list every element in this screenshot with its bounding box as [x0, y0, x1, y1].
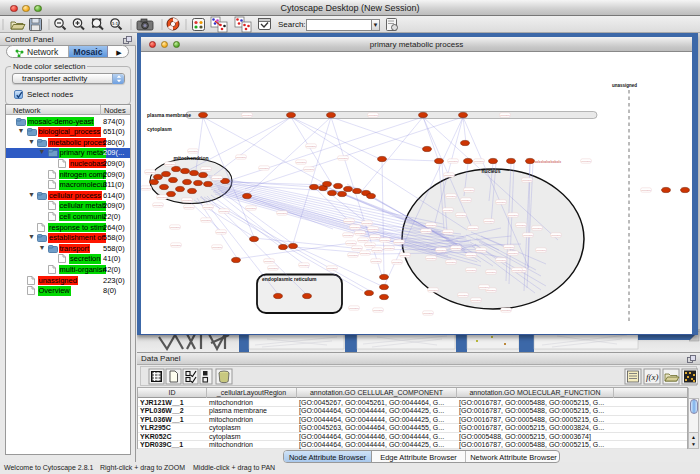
svg-text:xxIxxIxxI: xxIxxIxxI [443, 209, 453, 212]
svg-text:xxIxxIxxI: xxIxxIxxI [338, 157, 348, 160]
svg-text:xxIxxIxxI: xxIxxIxxI [371, 260, 381, 263]
svg-text:xxIxxIxxI: xxIxxIxxI [349, 307, 359, 310]
svg-text:xxIxxIxxI: xxIxxIxxI [184, 206, 194, 209]
svg-text:xxIxxIxxI: xxIxxIxxI [344, 220, 354, 223]
svg-text:xxIxxIxxI: xxIxxIxxI [268, 267, 278, 270]
svg-text:xxIxxIxxI: xxIxxIxxI [201, 219, 211, 222]
svg-text:xxIxxIxxI: xxIxxIxxI [394, 241, 404, 244]
svg-text:xxIxxIxxI: xxIxxIxxI [306, 145, 316, 148]
svg-text:xxIxxIxxI: xxIxxIxxI [523, 234, 533, 237]
svg-text:xxIxxIxxI: xxIxxIxxI [327, 267, 337, 270]
svg-text:xxIxxIxxI: xxIxxIxxI [182, 199, 192, 202]
svg-text:xxIxxIxxI: xxIxxIxxI [188, 150, 198, 153]
svg-text:xxIxxIxxI: xxIxxIxxI [532, 227, 542, 230]
svg-text:xxIxxIxxI: xxIxxIxxI [212, 177, 222, 180]
svg-text:xxIxxIxxI: xxIxxIxxI [358, 239, 368, 242]
svg-text:1:1: 1:1 [112, 21, 119, 26]
svg-text:xxIxxIxxI: xxIxxIxxI [426, 224, 436, 227]
svg-text:xxIxxIxxI: xxIxxIxxI [448, 160, 458, 163]
svg-text:xxIxxIxxI: xxIxxIxxI [157, 196, 167, 199]
svg-text:xxIxxIxxI: xxIxxIxxI [201, 168, 211, 171]
svg-text:xxIxxIxxI: xxIxxIxxI [362, 222, 372, 225]
svg-text:xxIxxIxxI: xxIxxIxxI [373, 309, 383, 312]
svg-text:xxIxxIxxI: xxIxxIxxI [360, 252, 370, 255]
svg-text:xxIxxIxxI: xxIxxIxxI [370, 236, 380, 239]
svg-text:xxIxxIxxI: xxIxxIxxI [486, 271, 496, 274]
svg-text:xxIxxIxxI: xxIxxIxxI [203, 206, 213, 209]
svg-text:xxIxxIxxI: xxIxxIxxI [516, 224, 526, 227]
svg-text:xxIxxIxxI: xxIxxIxxI [380, 239, 390, 242]
svg-text:xxIxxIxxI: xxIxxIxxI [392, 261, 402, 264]
svg-text:xxIxxIxxI: xxIxxIxxI [171, 244, 181, 247]
svg-text:xxIxxIxxI: xxIxxIxxI [581, 160, 591, 163]
svg-text:xxIxxIxxI: xxIxxIxxI [479, 286, 489, 289]
svg-text:xxIxxIxxI: xxIxxIxxI [153, 204, 163, 207]
svg-text:xxIxxIxxI: xxIxxIxxI [551, 234, 561, 237]
svg-text:xxIxxIxxI: xxIxxIxxI [212, 246, 222, 249]
svg-text:xxIxxIxxI: xxIxxIxxI [141, 187, 151, 190]
svg-text:xxIxxIxxI: xxIxxIxxI [484, 220, 494, 223]
svg-text:xxIxxIxxI: xxIxxIxxI [400, 254, 410, 257]
svg-text:xxIxxIxxI: xxIxxIxxI [456, 214, 466, 217]
svg-text:xxIxxIxxI: xxIxxIxxI [446, 195, 456, 198]
svg-text:xxIxxIxxI: xxIxxIxxI [368, 228, 378, 231]
svg-text:xxIxxIxxI: xxIxxIxxI [343, 234, 353, 237]
svg-text:xxIxxIxxI: xxIxxIxxI [522, 179, 532, 182]
svg-text:xxIxxIxxI: xxIxxIxxI [421, 230, 431, 233]
svg-text:xxIxxIxxI: xxIxxIxxI [466, 254, 476, 257]
svg-text:xxIxxIxxI: xxIxxIxxI [346, 242, 356, 245]
svg-text:xxIxxIxxI: xxIxxIxxI [304, 168, 314, 171]
svg-text:xxIxxIxxI: xxIxxIxxI [436, 249, 446, 252]
svg-text:xxIxxIxxI: xxIxxIxxI [384, 247, 394, 250]
svg-text:xxIxxIxxI: xxIxxIxxI [536, 249, 546, 252]
svg-text:nucleus: nucleus [482, 168, 501, 174]
svg-text:xxIxxIxxI: xxIxxIxxI [246, 207, 256, 210]
svg-text:unassigned: unassigned [612, 83, 637, 88]
svg-text:xxIxxIxxI: xxIxxIxxI [259, 167, 269, 170]
svg-text:xxIxxIxxI: xxIxxIxxI [423, 312, 433, 315]
svg-text:xxIxxIxxI: xxIxxIxxI [466, 269, 476, 272]
svg-text:xxIxxIxxI: xxIxxIxxI [446, 261, 456, 264]
svg-text:xxIxxIxxI: xxIxxIxxI [352, 247, 362, 250]
svg-text:xxIxxIxxI: xxIxxIxxI [464, 189, 474, 192]
svg-text:xxIxxIxxI: xxIxxIxxI [264, 260, 274, 263]
svg-text:xxIxxIxxI: xxIxxIxxI [368, 114, 378, 117]
svg-text:xxIxxIxxI: xxIxxIxxI [496, 201, 506, 204]
svg-text:xxIxxIxxI: xxIxxIxxI [508, 214, 518, 217]
svg-text:xxIxxIxxI: xxIxxIxxI [277, 212, 287, 215]
svg-text:xxIxxIxxI: xxIxxIxxI [242, 114, 252, 117]
svg-text:xxIxxIxxI: xxIxxIxxI [474, 160, 484, 163]
svg-text:xxIxxIxxI: xxIxxIxxI [512, 269, 522, 272]
svg-text:xxIxxIxxI: xxIxxIxxI [461, 199, 471, 202]
svg-text:xxIxxIxxI: xxIxxIxxI [428, 289, 438, 292]
svg-text:xxIxxIxxI: xxIxxIxxI [165, 163, 175, 166]
svg-text:xxIxxIxxI: xxIxxIxxI [355, 232, 365, 235]
svg-text:xxIxxIxxI: xxIxxIxxI [451, 247, 461, 250]
svg-text:f(x): f(x) [646, 372, 659, 382]
svg-text:mitochondrion: mitochondrion [174, 155, 209, 161]
svg-text:endoplasmic reticulum: endoplasmic reticulum [262, 276, 317, 282]
svg-text:Search:: Search: [278, 20, 306, 29]
svg-text:xxIxxIxxI: xxIxxIxxI [443, 231, 453, 234]
svg-text:xxIxxIxxI: xxIxxIxxI [501, 309, 511, 312]
svg-text:xxIxxIxxI: xxIxxIxxI [508, 252, 518, 255]
svg-text:xxIxxIxxI: xxIxxIxxI [145, 171, 155, 174]
svg-text:xxIxxIxxI: xxIxxIxxI [372, 249, 382, 252]
svg-text:xxIxxIxxI: xxIxxIxxI [365, 244, 375, 247]
svg-text:xxIxxIxxI: xxIxxIxxI [350, 226, 360, 229]
svg-text:xxIxxIxxI: xxIxxIxxI [500, 114, 510, 117]
svg-text:xxIxxIxxI: xxIxxIxxI [219, 210, 229, 213]
svg-text:xxIxxIxxI: xxIxxIxxI [468, 227, 478, 230]
svg-text:plasma membrane: plasma membrane [147, 112, 191, 118]
svg-text:xxIxxIxxI: xxIxxIxxI [426, 257, 436, 260]
svg-text:xxIxxIxxI: xxIxxIxxI [348, 254, 358, 257]
svg-text:xxIxxIxxI: xxIxxIxxI [476, 249, 486, 252]
svg-text:xxIxxIxxI: xxIxxIxxI [504, 246, 514, 249]
svg-text:xxIxxIxxI: xxIxxIxxI [236, 156, 246, 159]
svg-text:xxIxxIxxI: xxIxxIxxI [496, 259, 506, 262]
svg-text:xxIxxIxxIxxIxxIxxIx: xxIxxIxxIxxIxxIxxIx [535, 160, 561, 164]
svg-text:xxIxxIxxI: xxIxxIxxI [458, 294, 468, 297]
svg-text:xxIxxIxxI: xxIxxIxxI [471, 299, 481, 302]
svg-text:xxIxxIxxI: xxIxxIxxI [170, 226, 180, 229]
svg-text:xxIxxIxxI: xxIxxIxxI [444, 174, 454, 177]
